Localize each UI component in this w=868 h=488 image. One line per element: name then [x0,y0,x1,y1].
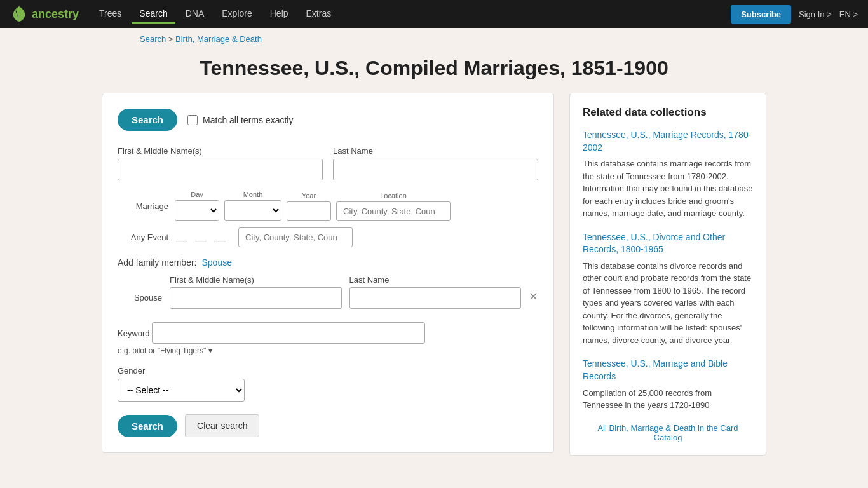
clear-search-button[interactable]: Clear search [185,414,259,437]
remove-spouse-button[interactable]: ✕ [529,290,538,309]
gender-section: Gender -- Select --MaleFemale [118,365,538,402]
day-group: Day [175,191,219,221]
month-group: Month [224,191,281,221]
right-sidebar: Related data collections Tennessee, U.S.… [569,93,766,456]
breadcrumb: Search > Birth, Marriage & Death [0,28,868,50]
day-label: Day [175,191,219,198]
first-name-label: First & Middle Name(s) [118,146,323,156]
logo-leaf-icon [10,5,28,23]
subscribe-button[interactable]: Subscribe [731,5,791,24]
signin-link[interactable]: Sign In > [799,10,832,19]
spouse-first-group: First & Middle Name(s) [170,275,342,309]
nav-links: Trees Search DNA Explore Help Extras [92,4,718,24]
collection-link-3[interactable]: Tennessee, U.S., Marriage and Bible Reco… [583,358,753,383]
match-exact-label[interactable]: Match all terms exactly [187,115,293,125]
breadcrumb-search-link[interactable]: Search [140,34,166,44]
collection-desc-2: This database contains divorce records a… [583,260,753,347]
spouse-last-input[interactable] [349,287,522,309]
keyword-section: Keyword e.g. pilot or "Flying Tigers" ▾ [118,319,538,355]
search-button-top[interactable]: Search [118,109,177,131]
form-actions: Search Clear search [118,414,538,437]
marriage-event-row: Marriage Day Month [118,191,538,221]
event-section: Marriage Day Month [118,191,538,247]
collection-desc-1: This database contains marriage records … [583,158,753,220]
keyword-input[interactable] [152,322,425,344]
nav-dna[interactable]: DNA [178,4,212,24]
spouse-label: Spouse [118,293,162,309]
site-logo[interactable]: ancestry [10,5,79,23]
add-family-label: Add family member: [118,257,196,268]
form-header: Search Match all terms exactly [118,109,538,131]
collection-item-1: Tennessee, U.S., Marriage Records, 1780-… [583,129,753,220]
nav-explore[interactable]: Explore [214,4,259,24]
marriage-year-input[interactable] [287,201,331,221]
nav-search[interactable]: Search [132,4,175,24]
first-name-input[interactable] [118,159,323,180]
last-name-label: Last Name [333,146,538,156]
any-event-year-dash: — [213,234,227,247]
navbar: ancestry Trees Search DNA Explore Help E… [0,0,868,28]
marriage-day-select[interactable] [175,200,219,221]
collection-link-1[interactable]: Tennessee, U.S., Marriage Records, 1780-… [583,129,753,154]
spouse-link[interactable]: Spouse [201,257,231,268]
first-name-group: First & Middle Name(s) [118,146,323,180]
main-layout: Search Match all terms exactly First & M… [0,93,868,481]
language-selector[interactable]: EN > [839,10,858,19]
nav-help[interactable]: Help [262,4,296,24]
related-collections: Related data collections Tennessee, U.S.… [569,93,766,456]
location-group: Location [336,192,451,221]
breadcrumb-current-link[interactable]: Birth, Marriage & Death [175,34,262,44]
gender-label: Gender [118,366,145,376]
name-row: First & Middle Name(s) Last Name [118,146,538,180]
spouse-row: Spouse First & Middle Name(s) Last Name … [118,275,538,309]
search-button-bottom[interactable]: Search [118,415,177,437]
marriage-month-select[interactable] [224,200,281,221]
any-event-month-dash: — [194,234,208,247]
match-exact-checkbox[interactable] [187,115,198,125]
keyword-label: Keyword [118,329,150,338]
nav-extras[interactable]: Extras [299,4,339,24]
any-event-day-dash: — [175,234,189,247]
last-name-group: Last Name [333,146,538,180]
marriage-date-fields: Day Month Year [175,191,451,221]
page-title-area: Tennessee, U.S., Compiled Marriages, 185… [0,50,868,93]
collection-desc-3: Compilation of 25,000 records from Tenne… [583,387,753,412]
location-label: Location [336,192,451,200]
logo-text: ancestry [32,8,79,21]
spouse-first-input[interactable] [170,287,342,309]
spouse-first-label: First & Middle Name(s) [170,275,342,285]
marriage-label: Marriage [118,201,168,211]
spouse-fields: First & Middle Name(s) Last Name [170,275,521,309]
spouse-last-group: Last Name [349,275,522,309]
all-collections-link[interactable]: All Birth, Marriage & Death in the Card … [583,423,753,442]
nav-trees[interactable]: Trees [92,4,129,24]
marriage-location-input[interactable] [336,201,451,221]
collection-item-2: Tennessee, U.S., Divorce and Other Recor… [583,231,753,347]
match-exact-text: Match all terms exactly [203,115,293,125]
related-title: Related data collections [583,106,753,119]
last-name-input[interactable] [333,159,538,180]
collection-link-2[interactable]: Tennessee, U.S., Divorce and Other Recor… [583,231,753,256]
any-event-date-fields: — — — [175,227,353,247]
nav-right: Subscribe Sign In > EN > [731,5,858,24]
family-section: Add family member: Spouse Spouse First &… [118,257,538,309]
year-label: Year [287,192,331,200]
any-event-label: Any Event [118,233,168,242]
keyword-hint[interactable]: e.g. pilot or "Flying Tigers" ▾ [118,346,538,355]
any-event-location-input[interactable] [238,227,353,247]
any-event-row: Any Event — — — [118,227,538,247]
search-form-container: Search Match all terms exactly First & M… [102,93,554,453]
breadcrumb-separator: > [168,34,175,44]
spouse-last-label: Last Name [349,275,522,285]
family-header: Add family member: Spouse [118,257,538,268]
page-title: Tennessee, U.S., Compiled Marriages, 185… [0,57,868,80]
year-group: Year [287,192,331,221]
collection-item-3: Tennessee, U.S., Marriage and Bible Reco… [583,358,753,411]
month-label: Month [224,191,281,198]
gender-select[interactable]: -- Select --MaleFemale [118,379,245,402]
